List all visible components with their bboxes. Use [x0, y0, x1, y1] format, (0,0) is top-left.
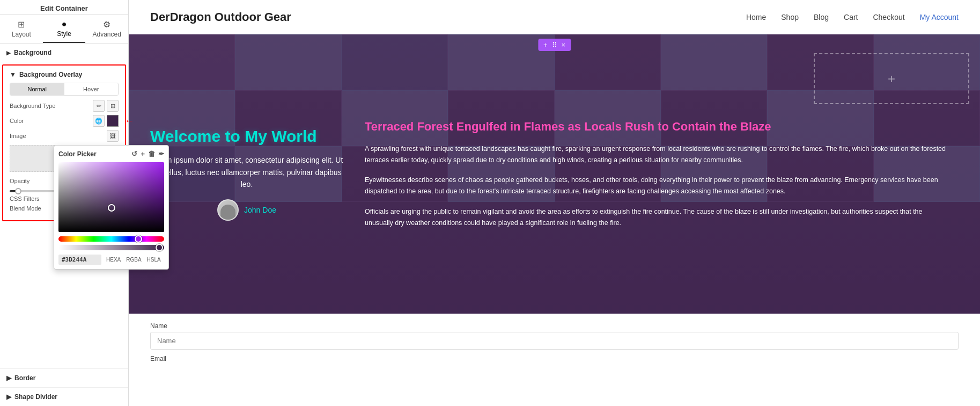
float-toolbar: + ⠿ × — [538, 39, 571, 51]
color-row: Color 🌐 ← — [10, 115, 119, 127]
tab-hover[interactable]: Hover — [64, 83, 119, 95]
tab-advanced[interactable]: ⚙ Advanced — [85, 15, 128, 43]
hero-body-text: Lorem ipsum dolor sit amet, consectetur … — [150, 154, 343, 190]
blend-mode-label: Blend Mode — [10, 205, 41, 212]
navbar-links: Home Shop Blog Cart Checkout My Account — [746, 13, 959, 21]
cp-eyedrop-btn[interactable]: ✒ — [158, 150, 164, 158]
article-para-3: Officials are urging the public to remai… — [365, 206, 948, 229]
hue-thumb — [135, 235, 142, 243]
cp-header-actions: ↺ + 🗑 ✒ — [131, 150, 164, 158]
navbar: DerDragon Outdoor Gear Home Shop Blog Ca… — [129, 0, 980, 34]
layout-icon: ⊞ — [18, 19, 25, 30]
name-input[interactable] — [150, 332, 959, 350]
background-type-controls: ✏ ⊞ — [93, 100, 119, 112]
float-tb-add[interactable]: + — [543, 41, 548, 49]
panel-tabs: ⊞ Layout ● Style ⚙ Advanced — [0, 15, 128, 44]
opacity-label: Opacity — [10, 178, 30, 184]
nav-shop[interactable]: Shop — [781, 13, 799, 21]
article-para-1: A sprawling forest with unique terraced … — [365, 143, 948, 166]
float-tb-move[interactable]: ⠿ — [552, 41, 557, 49]
red-arrow: ← — [124, 115, 134, 127]
hue-bar[interactable] — [58, 236, 164, 242]
hero-left-col: Welcome to My World Lorem ipsum dolor si… — [150, 50, 343, 298]
border-section[interactable]: ▶ Border — [0, 368, 128, 387]
hero-section: + ⠿ × + Welcome to My World Lorem ipsum … — [129, 34, 980, 314]
tab-style[interactable]: ● Style — [43, 15, 86, 43]
background-arrow: ▶ — [6, 50, 11, 56]
hero-title: Welcome to My World — [150, 127, 343, 146]
color-label: Color — [10, 118, 24, 124]
article-title: Terraced Forest Engulfed in Flames as Lo… — [365, 119, 948, 135]
tab-layout[interactable]: ⊞ Layout — [0, 15, 43, 43]
cp-trash-btn[interactable]: 🗑 — [148, 150, 155, 158]
background-type-row: Background Type ✏ ⊞ — [10, 100, 119, 112]
hero-author: John Doe — [150, 199, 343, 221]
color-picker-title: Color Picker — [58, 150, 97, 158]
normal-hover-tabs: Normal Hover — [10, 83, 119, 96]
style-icon: ● — [62, 19, 67, 29]
name-label: Name — [150, 322, 959, 330]
border-arrow: ▶ — [6, 374, 11, 382]
bg-type-pen-btn[interactable]: ✏ — [93, 100, 105, 112]
background-section-title[interactable]: ▶ Background — [6, 49, 122, 56]
author-avatar — [217, 199, 239, 221]
color-picker-header: Color Picker ↺ + 🗑 ✒ — [58, 150, 164, 158]
format-hsla[interactable]: HSLA — [145, 256, 163, 264]
image-row: Image 🖼 — [10, 130, 119, 142]
nav-cart[interactable]: Cart — [844, 13, 858, 21]
cp-hex-row: HEXA RGBA HSLA — [58, 255, 164, 265]
cp-undo-btn[interactable]: ↺ — [131, 150, 137, 158]
color-picker-popup: Color Picker ↺ + 🗑 ✒ HEXA RGBA — [54, 145, 169, 270]
bottom-sections: ▶ Border ▶ Shape Divider — [0, 368, 128, 406]
nav-checkout[interactable]: Checkout — [873, 13, 904, 21]
main-content: DerDragon Outdoor Gear Home Shop Blog Ca… — [129, 0, 980, 406]
shape-divider-arrow: ▶ — [6, 393, 11, 401]
panel-header: Edit Container — [0, 0, 128, 15]
background-type-label: Background Type — [10, 103, 55, 109]
shape-divider-section[interactable]: ▶ Shape Divider — [0, 387, 128, 406]
email-label: Email — [150, 355, 959, 363]
nav-home[interactable]: Home — [746, 13, 766, 21]
dashed-plus-icon: + — [888, 71, 895, 86]
alpha-thumb — [156, 244, 163, 251]
author-name: John Doe — [244, 206, 276, 214]
alpha-bar[interactable] — [58, 245, 164, 250]
color-globe-btn[interactable]: 🌐 — [93, 115, 105, 127]
opacity-thumb — [15, 188, 21, 194]
hex-input[interactable] — [58, 255, 101, 265]
avatar-silhouette — [220, 205, 235, 220]
left-panel: Edit Container ⊞ Layout ● Style ⚙ Advanc… — [0, 0, 129, 406]
background-overlay-title[interactable]: ▼ Background Overlay — [10, 71, 119, 78]
format-hexa[interactable]: HEXA — [105, 256, 122, 264]
image-icon-btn[interactable]: 🖼 — [107, 130, 119, 142]
bg-type-grid-btn[interactable]: ⊞ — [107, 100, 119, 112]
nav-blog[interactable]: Blog — [814, 13, 829, 21]
color-gradient-box[interactable] — [58, 162, 164, 232]
color-controls: 🌐 ← — [93, 115, 119, 127]
css-filter-label: CSS Filters — [10, 195, 40, 202]
nav-my-account[interactable]: My Account — [920, 13, 959, 21]
advanced-icon: ⚙ — [103, 19, 110, 30]
color-selector-circle — [108, 204, 115, 212]
format-rgba[interactable]: RGBA — [124, 256, 143, 264]
dashed-container[interactable]: + — [814, 53, 969, 104]
overlay-arrow: ▼ — [10, 71, 16, 78]
cp-add-btn[interactable]: + — [141, 150, 145, 158]
image-label: Image — [10, 133, 26, 139]
border-label: Border — [14, 374, 35, 382]
tab-normal[interactable]: Normal — [10, 83, 64, 95]
form-section: Name Email — [129, 314, 980, 406]
color-swatch[interactable]: ← — [107, 115, 119, 127]
navbar-brand: DerDragon Outdoor Gear — [150, 10, 291, 24]
shape-divider-label: Shape Divider — [14, 393, 57, 401]
float-tb-close[interactable]: × — [562, 41, 566, 49]
article-para-2: Eyewitnesses describe scenes of chaos as… — [365, 175, 948, 198]
background-section: ▶ Background — [0, 44, 128, 62]
cp-format-tabs: HEXA RGBA HSLA — [105, 256, 163, 264]
